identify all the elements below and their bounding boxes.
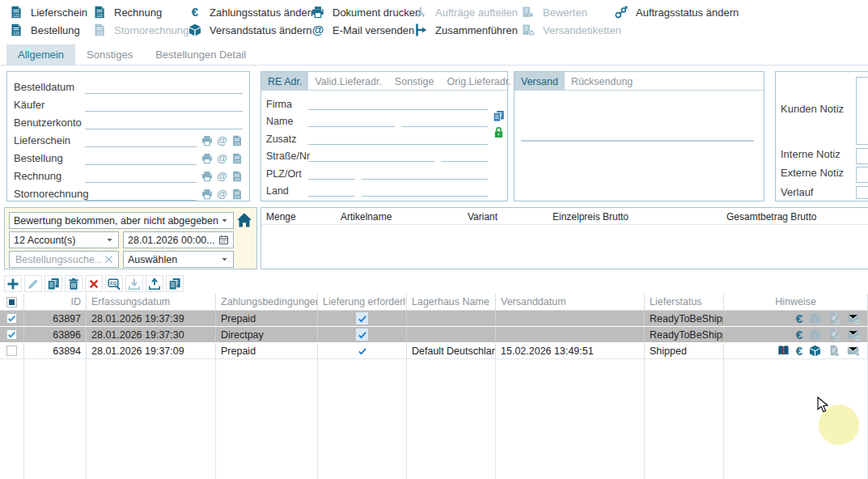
verlauf-input[interactable] bbox=[856, 186, 868, 199]
toolbar-item-bestellung[interactable]: Bestellung bbox=[10, 21, 93, 39]
toolbar-item-versandstatus-aendern[interactable]: Versandstatus ändern bbox=[188, 21, 311, 39]
mail-star-icon[interactable] bbox=[847, 345, 861, 357]
toolbar-item-auftragsstatus-aendern[interactable]: Auftragsstatus ändern bbox=[615, 3, 868, 21]
document-123-icon[interactable] bbox=[231, 171, 243, 182]
firma-input[interactable] bbox=[308, 99, 488, 110]
toolbar-item-lieferschein[interactable]: Lieferschein bbox=[10, 3, 93, 21]
name-first-input[interactable] bbox=[308, 116, 395, 127]
row-checkbox[interactable] bbox=[6, 329, 17, 340]
document-star-icon[interactable] bbox=[828, 329, 841, 341]
tab-versand[interactable]: Versand bbox=[514, 72, 565, 90]
row-checkbox[interactable] bbox=[6, 345, 17, 356]
package-icon[interactable] bbox=[808, 345, 822, 357]
col-lieferstatus[interactable]: Lieferstatus bbox=[645, 294, 724, 310]
table-row[interactable]: 63894 28.01.2026 19:37:09 Prepaid Defaul… bbox=[0, 343, 868, 359]
col-zahlungsbedingungen[interactable]: Zahlungsbedingungen bbox=[216, 294, 318, 310]
interne-notiz-input[interactable] bbox=[856, 148, 868, 164]
search-button[interactable] bbox=[105, 275, 123, 292]
package-icon[interactable] bbox=[808, 312, 822, 324]
mail-star-icon[interactable] bbox=[847, 312, 861, 324]
book-alert-icon[interactable] bbox=[777, 345, 790, 357]
tab-sonstige[interactable]: Sonstige bbox=[388, 72, 441, 90]
document-123-icon[interactable] bbox=[231, 189, 243, 200]
tab-sonstiges[interactable]: Sonstiges bbox=[75, 45, 144, 65]
hausnummer-input[interactable] bbox=[441, 150, 488, 162]
export-button[interactable] bbox=[146, 275, 163, 292]
externe-notiz-input[interactable] bbox=[856, 167, 868, 183]
kaeufer-input[interactable] bbox=[85, 99, 243, 112]
tab-orig-lieferadr[interactable]: Orig.Lieferadr. bbox=[441, 72, 518, 90]
tab-ruecksendung[interactable]: Rücksendung bbox=[565, 72, 639, 90]
document-123-icon[interactable] bbox=[231, 153, 243, 164]
printer-icon[interactable] bbox=[201, 189, 213, 200]
ort-input[interactable] bbox=[362, 168, 488, 180]
document-star-icon[interactable] bbox=[828, 312, 841, 324]
mail-star-icon[interactable] bbox=[847, 329, 861, 341]
col-hinweise[interactable]: Hinweise bbox=[724, 294, 868, 310]
copy-address-icon[interactable] bbox=[493, 110, 505, 122]
duplicate-button[interactable] bbox=[166, 275, 184, 292]
land-code-input[interactable] bbox=[308, 185, 355, 197]
tab-allgemein[interactable]: Allgemein bbox=[6, 45, 75, 65]
col-erfassungsdatum[interactable]: Erfassungsdatum bbox=[87, 294, 216, 310]
rating-filter-select[interactable]: Bewertung bekommen, aber nicht abgegeben bbox=[9, 212, 234, 229]
delivery-required-checkbox[interactable] bbox=[358, 346, 367, 356]
col-id[interactable]: ID bbox=[24, 294, 87, 310]
tab-valid-lieferadr[interactable]: Valid.Lieferadr. bbox=[308, 72, 387, 90]
at-icon[interactable]: @ bbox=[217, 135, 227, 146]
lock-icon[interactable] bbox=[493, 126, 505, 138]
at-icon[interactable]: @ bbox=[217, 153, 227, 164]
order-search-input[interactable] bbox=[14, 253, 104, 266]
toolbar-item-email-versenden[interactable]: @ E-Mail versenden bbox=[311, 21, 414, 39]
zusatz-input[interactable] bbox=[308, 134, 488, 145]
at-icon[interactable]: @ bbox=[217, 189, 227, 200]
remove-button[interactable] bbox=[85, 275, 103, 292]
plz-input[interactable] bbox=[308, 168, 355, 180]
clear-search-icon[interactable] bbox=[104, 254, 114, 265]
kunden-notiz-input[interactable] bbox=[856, 77, 868, 145]
toolbar-item-zahlungsstatus-aendern[interactable]: € Zahlungsstatus ändern bbox=[188, 3, 311, 21]
toolbar-item-dokument-drucken[interactable]: Dokument drucken bbox=[311, 3, 414, 21]
euro-icon[interactable]: € bbox=[796, 329, 802, 341]
printer-icon[interactable] bbox=[201, 171, 213, 182]
row-checkbox[interactable] bbox=[6, 313, 17, 324]
toolbar-item-rechnung[interactable]: Rechnung bbox=[93, 3, 188, 21]
name-last-input[interactable] bbox=[401, 116, 488, 127]
bestelldatum-input[interactable] bbox=[85, 81, 243, 94]
copy-button[interactable] bbox=[44, 275, 62, 292]
calendar-icon[interactable] bbox=[218, 235, 229, 245]
benutzerkonto-input[interactable] bbox=[85, 117, 243, 129]
home-button[interactable] bbox=[235, 212, 253, 228]
order-search-field[interactable] bbox=[9, 251, 119, 268]
printer-icon[interactable] bbox=[201, 135, 213, 146]
stornorechnung-input[interactable] bbox=[85, 188, 197, 201]
euro-icon[interactable]: € bbox=[796, 345, 802, 357]
land-input[interactable] bbox=[362, 185, 488, 197]
table-row[interactable]: 63897 28.01.2026 19:37:39 Prepaid ReadyT… bbox=[0, 311, 868, 327]
printer-icon[interactable] bbox=[201, 153, 213, 164]
toolbar-item-zusammenfuehren[interactable]: Zusammenführen bbox=[414, 21, 522, 39]
tab-bestellungen-detail[interactable]: Bestellungen Detail bbox=[144, 45, 257, 65]
col-lieferung-erforderlich[interactable]: Lieferung erforderli... bbox=[318, 294, 407, 310]
accounts-filter-select[interactable]: 12 Account(s) bbox=[9, 231, 119, 248]
document-123-icon[interactable] bbox=[231, 135, 243, 146]
col-versanddatum[interactable]: Versanddatum bbox=[496, 294, 645, 310]
table-row[interactable]: 63896 28.01.2026 19:37:30 Directpay Read… bbox=[0, 327, 868, 343]
select-all-checkbox[interactable] bbox=[6, 297, 17, 307]
tab-re-adr[interactable]: RE Adr. bbox=[261, 72, 308, 90]
delete-button[interactable] bbox=[65, 275, 83, 292]
auswaehlen-select[interactable]: Auswählen bbox=[123, 251, 234, 268]
euro-icon[interactable]: € bbox=[796, 312, 802, 324]
package-icon[interactable] bbox=[808, 329, 822, 341]
strasse-input[interactable] bbox=[308, 150, 434, 162]
add-button[interactable] bbox=[4, 275, 22, 292]
at-icon[interactable]: @ bbox=[217, 171, 227, 182]
delivery-required-checkbox[interactable] bbox=[356, 329, 368, 341]
delivery-required-checkbox[interactable] bbox=[356, 312, 368, 324]
lieferschein-input[interactable] bbox=[85, 134, 197, 147]
date-filter-field[interactable]: 28.01.2026 00:00... bbox=[123, 231, 234, 248]
bestellung-input[interactable] bbox=[85, 152, 197, 165]
rechnung-input[interactable] bbox=[85, 170, 197, 183]
col-lagerhaus-name[interactable]: Lagerhaus Name bbox=[407, 294, 496, 310]
document-star-icon[interactable] bbox=[828, 345, 841, 357]
